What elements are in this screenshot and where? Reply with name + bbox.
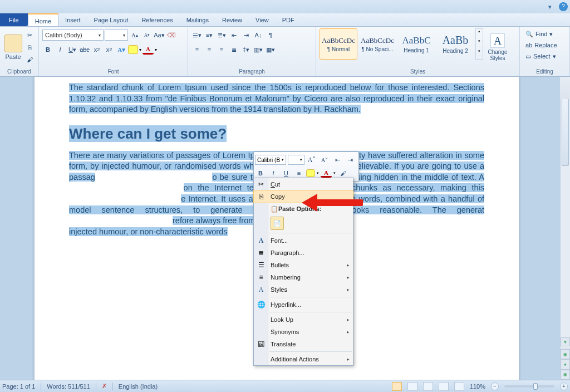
status-page[interactable]: Page: 1 of 1 xyxy=(2,383,35,390)
copy-icon[interactable]: ⎘ xyxy=(24,42,35,53)
tab-home[interactable]: Home xyxy=(28,13,58,26)
align-right-icon[interactable]: ≡ xyxy=(216,44,227,55)
zoom-in-button[interactable]: + xyxy=(560,383,568,390)
text-effects-icon[interactable]: A▾ xyxy=(116,44,127,55)
zoom-level[interactable]: 110% xyxy=(470,383,485,390)
selected-text[interactable]: injected humour, or non-characteristic w… xyxy=(69,227,228,236)
mini-grow-font-icon[interactable]: A˄ xyxy=(306,154,317,165)
shrink-font-icon[interactable]: A▾ xyxy=(141,30,153,41)
align-left-icon[interactable]: ≡ xyxy=(191,44,203,55)
ctx-lookup[interactable]: Look Up▸ xyxy=(254,313,353,326)
tab-pdf[interactable]: PDF xyxy=(276,13,301,26)
mini-italic-button[interactable]: I xyxy=(268,168,279,179)
ctx-synonyms[interactable]: Synonyms▸ xyxy=(254,326,353,338)
font-color-icon[interactable]: A xyxy=(142,45,154,55)
view-print-layout-icon[interactable] xyxy=(392,382,402,391)
view-draft-icon[interactable] xyxy=(454,382,464,391)
select-button[interactable]: ▭Select ▾ xyxy=(523,51,558,62)
view-full-screen-icon[interactable] xyxy=(407,382,417,391)
ctx-paragraph[interactable]: ≣Paragraph... xyxy=(254,247,353,259)
increase-indent-icon[interactable]: ⇥ xyxy=(240,30,252,41)
tab-page-layout[interactable]: Page Layout xyxy=(87,13,135,26)
find-button[interactable]: 🔍Find ▾ xyxy=(523,28,555,40)
proofing-icon[interactable]: ✗ xyxy=(102,383,107,390)
ctx-additional-actions[interactable]: Additional Actions▸ xyxy=(254,353,353,365)
selected-heading[interactable]: Where can I get some? xyxy=(69,125,227,142)
bullets-icon[interactable]: ☰▾ xyxy=(191,30,203,41)
styles-gallery-scroll[interactable]: ▴▾▾ xyxy=(475,28,483,60)
mini-font-name[interactable]: Calibri (B▾ xyxy=(255,155,286,165)
ctx-translate[interactable]: 🗟Translate xyxy=(254,338,353,350)
next-page-icon[interactable]: ◉ xyxy=(561,370,570,380)
view-web-layout-icon[interactable] xyxy=(423,382,433,391)
ctx-copy[interactable]: ⎘Copy xyxy=(254,190,353,203)
line-spacing-icon[interactable]: ‡▾ xyxy=(240,44,252,55)
ctx-numbering[interactable]: ≡Numbering▸ xyxy=(254,271,353,283)
ctx-hyperlink[interactable]: 🌐Hyperlink... xyxy=(254,298,353,311)
tab-mailings[interactable]: Mailings xyxy=(180,13,215,26)
ctx-font[interactable]: AFont... xyxy=(254,234,353,247)
numbering-icon[interactable]: ≡▾ xyxy=(204,30,215,41)
mini-format-painter-icon[interactable]: 🖌 xyxy=(337,168,348,179)
change-case-icon[interactable]: Aa▾ xyxy=(154,30,165,41)
underline-button[interactable]: U▾ xyxy=(67,44,78,55)
browse-object-icon[interactable]: ● xyxy=(561,359,570,369)
style-normal[interactable]: AaBbCcDc¶ Normal xyxy=(320,28,357,60)
italic-button[interactable]: I xyxy=(55,44,66,55)
multilevel-list-icon[interactable]: ≣▾ xyxy=(216,30,227,41)
ctx-cut[interactable]: ✂Cut xyxy=(254,178,353,190)
change-styles-button[interactable]: A Change Styles xyxy=(484,28,511,66)
align-center-icon[interactable]: ≡ xyxy=(204,44,215,55)
scroll-thumb[interactable] xyxy=(562,88,569,166)
borders-icon[interactable]: ▦▾ xyxy=(265,44,276,55)
font-name-combo[interactable]: Calibri (Body)▾ xyxy=(42,30,104,41)
mini-font-color-icon[interactable]: A xyxy=(321,169,332,178)
view-outline-icon[interactable] xyxy=(439,382,449,391)
mini-align-center-icon[interactable]: ≡ xyxy=(293,168,304,179)
bold-button[interactable]: B xyxy=(42,44,53,55)
sort-icon[interactable]: A↓ xyxy=(253,30,264,41)
mini-underline-button[interactable]: U xyxy=(281,168,292,179)
mini-highlight-icon[interactable] xyxy=(306,169,315,177)
mini-increase-indent-icon[interactable]: ⇥ xyxy=(345,154,356,165)
paste-button[interactable]: Paste xyxy=(3,28,23,66)
strikethrough-button[interactable]: abc xyxy=(79,44,90,55)
prev-page-icon[interactable]: ◉ xyxy=(561,349,570,359)
zoom-out-button[interactable]: − xyxy=(491,383,499,390)
selected-text[interactable]: The standard chunk of Lorem Ipsum used s… xyxy=(69,83,484,114)
mini-shrink-font-icon[interactable]: A˅ xyxy=(319,154,330,165)
tab-file[interactable]: File xyxy=(0,13,28,26)
format-painter-icon[interactable]: 🖌 xyxy=(24,54,35,65)
mini-bold-button[interactable]: B xyxy=(255,168,266,179)
justify-icon[interactable]: ≣ xyxy=(228,44,239,55)
grow-font-icon[interactable]: A▴ xyxy=(129,30,140,41)
side-ruler-toggle[interactable] xyxy=(560,77,570,99)
ctx-styles[interactable]: AStyles▸ xyxy=(254,283,353,296)
clear-formatting-icon[interactable]: ⌫ xyxy=(166,30,177,41)
ctx-bullets[interactable]: ☰Bullets▸ xyxy=(254,259,353,271)
scroll-down-icon[interactable]: ▼ xyxy=(561,337,570,346)
replace-button[interactable]: abReplace xyxy=(523,40,559,51)
mini-font-size[interactable]: ▾ xyxy=(288,155,304,165)
show-marks-icon[interactable]: ¶ xyxy=(265,30,276,41)
style-heading2[interactable]: AaBbHeading 2 xyxy=(436,28,474,60)
cut-icon[interactable]: ✂ xyxy=(24,30,35,41)
zoom-slider[interactable] xyxy=(504,385,554,388)
vertical-scrollbar[interactable]: ▲ ▼ ◉ ● ◉ xyxy=(560,77,570,380)
minimize-ribbon-icon[interactable]: ▾ xyxy=(544,1,556,12)
status-words[interactable]: Words: 511/511 xyxy=(47,383,90,390)
style-no-spacing[interactable]: AaBbCcDc¶ No Spaci... xyxy=(358,28,396,60)
mini-decrease-indent-icon[interactable]: ⇤ xyxy=(332,154,343,165)
font-size-combo[interactable]: ▾ xyxy=(105,30,128,41)
mini-toolbar[interactable]: Calibri (B▾ ▾ A˄ A˅ ⇤ ⇥ B I U ≡ ▾ A▾ 🖌 xyxy=(253,151,359,182)
paste-keep-source-icon[interactable]: 📄 xyxy=(271,217,284,230)
highlight-icon[interactable] xyxy=(128,45,138,54)
style-heading1[interactable]: AaBbCHeading 1 xyxy=(397,28,435,60)
tab-insert[interactable]: Insert xyxy=(58,13,87,26)
tab-review[interactable]: Review xyxy=(215,13,249,26)
status-language[interactable]: English (India) xyxy=(119,383,158,390)
shading-icon[interactable]: ▥▾ xyxy=(253,44,264,55)
help-icon[interactable]: ? xyxy=(559,2,568,11)
decrease-indent-icon[interactable]: ⇤ xyxy=(228,30,239,41)
tab-view[interactable]: View xyxy=(249,13,276,26)
